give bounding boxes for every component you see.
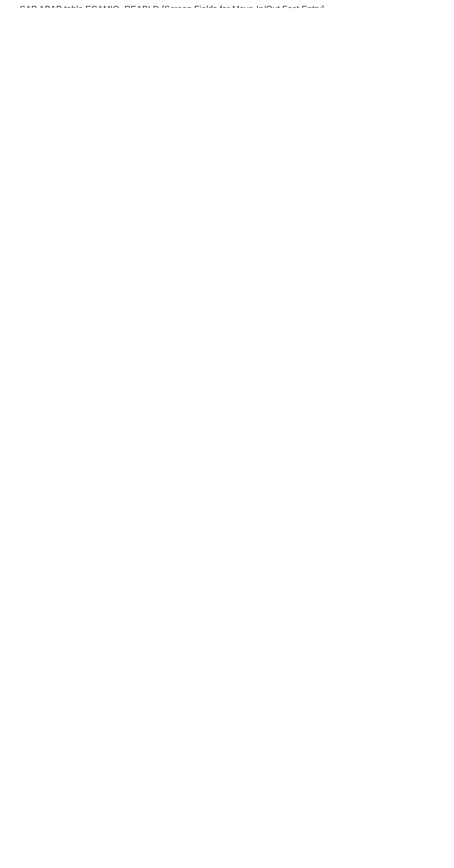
page-title: SAP ABAP table ECAMIO_REABLD {Screen Fie… [20,4,324,8]
